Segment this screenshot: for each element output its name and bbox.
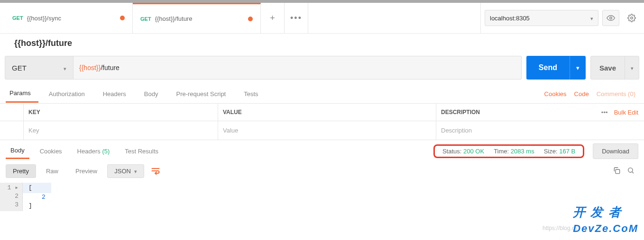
view-pretty[interactable]: Pretty bbox=[6, 164, 36, 178]
send-label: Send bbox=[526, 56, 570, 80]
format-select[interactable]: JSON bbox=[107, 164, 144, 178]
link-comments[interactable]: Comments (0) bbox=[597, 90, 635, 98]
tab-path: {{host}}/future bbox=[155, 15, 242, 22]
tab-params[interactable]: Params bbox=[6, 85, 38, 103]
tab-tests[interactable]: Tests bbox=[240, 86, 266, 102]
url-input[interactable]: {{host}}/future bbox=[74, 56, 522, 80]
param-desc-input[interactable] bbox=[441, 127, 639, 134]
view-raw[interactable]: Raw bbox=[39, 164, 65, 178]
size-value: 167 B bbox=[559, 148, 575, 155]
bulk-edit-link[interactable]: Bulk Edit bbox=[614, 109, 644, 116]
search-button[interactable] bbox=[627, 167, 635, 176]
size-label: Size: bbox=[544, 148, 558, 155]
environment-selected: localhost:8305 bbox=[490, 15, 530, 22]
send-button[interactable]: Send ▾ bbox=[526, 56, 586, 80]
new-tab-button[interactable]: + bbox=[261, 3, 285, 33]
param-value-input[interactable] bbox=[223, 127, 431, 134]
watermark-blog: https://blog.cs bbox=[543, 225, 578, 231]
wrap-lines-button[interactable] bbox=[147, 164, 164, 178]
unsaved-dot-icon bbox=[120, 16, 125, 20]
svg-rect-2 bbox=[616, 169, 620, 174]
unsaved-dot-icon bbox=[248, 17, 253, 21]
col-key: KEY bbox=[24, 104, 218, 121]
resp-tab-headers[interactable]: Headers (5) bbox=[73, 144, 115, 159]
url-variable: {{host}} bbox=[79, 64, 101, 71]
link-code[interactable]: Code bbox=[574, 90, 589, 98]
tabs-overflow-button[interactable]: ••• bbox=[285, 3, 308, 33]
svg-point-3 bbox=[628, 168, 633, 172]
download-button[interactable]: Download bbox=[593, 143, 638, 159]
tab-method: GET bbox=[140, 16, 151, 22]
status-label: Status: bbox=[442, 148, 461, 155]
tab-authorization[interactable]: Authorization bbox=[45, 86, 92, 102]
response-body: 1 ▸ 2 3 [ 2 ] bbox=[0, 183, 644, 211]
resp-tab-tests[interactable]: Test Results bbox=[120, 144, 163, 159]
tab-prerequest[interactable]: Pre-request Script bbox=[172, 86, 233, 102]
svg-point-1 bbox=[631, 17, 633, 19]
save-dropdown[interactable] bbox=[625, 56, 639, 79]
copy-button[interactable] bbox=[613, 167, 620, 176]
params-more-button[interactable]: ••• bbox=[595, 109, 614, 116]
code-line: [ bbox=[23, 183, 51, 193]
col-value: VALUE bbox=[218, 104, 436, 121]
param-row bbox=[0, 121, 644, 140]
col-desc: DESCRIPTION bbox=[436, 104, 595, 121]
save-label: Save bbox=[591, 56, 625, 79]
quicklook-button[interactable] bbox=[602, 10, 619, 26]
format-selected: JSON bbox=[114, 168, 131, 175]
tab-future[interactable]: GET {{host}}/future bbox=[133, 3, 261, 33]
status-value: 200 OK bbox=[463, 148, 484, 155]
params-header: KEY VALUE DESCRIPTION ••• Bulk Edit bbox=[0, 103, 644, 121]
code-line: ] bbox=[28, 202, 46, 210]
response-status-box: Status: 200 OK Time: 2083 ms Size: 167 B bbox=[433, 144, 584, 158]
code-line: 2 bbox=[42, 194, 46, 201]
view-preview[interactable]: Preview bbox=[68, 164, 104, 178]
resp-headers-label: Headers bbox=[77, 148, 101, 155]
method-selected: GET bbox=[12, 64, 27, 72]
tab-method: GET bbox=[12, 15, 23, 21]
send-dropdown[interactable]: ▾ bbox=[570, 56, 586, 80]
tab-sync[interactable]: GET {{host}}/sync bbox=[5, 3, 133, 33]
resp-tab-cookies[interactable]: Cookies bbox=[35, 144, 67, 159]
watermark-brand: 开 发 者 DevZe.CoM bbox=[573, 204, 638, 235]
param-key-input[interactable] bbox=[28, 127, 213, 134]
chevron-down-icon bbox=[590, 15, 593, 22]
chevron-down-icon bbox=[631, 64, 634, 71]
method-select[interactable]: GET bbox=[5, 56, 74, 80]
tab-path: {{host}}/sync bbox=[27, 15, 114, 22]
resp-tab-body[interactable]: Body bbox=[6, 143, 29, 159]
tab-headers[interactable]: Headers bbox=[99, 86, 134, 102]
svg-point-0 bbox=[610, 17, 612, 19]
chevron-down-icon bbox=[134, 168, 137, 175]
save-button[interactable]: Save bbox=[590, 56, 639, 80]
request-title: {{host}}/future bbox=[0, 34, 644, 51]
settings-button[interactable] bbox=[623, 10, 640, 26]
link-cookies[interactable]: Cookies bbox=[544, 90, 567, 98]
chevron-down-icon bbox=[64, 64, 66, 72]
time-value: 2083 ms bbox=[511, 148, 534, 155]
url-path: /future bbox=[101, 64, 120, 71]
resp-headers-badge: (5) bbox=[102, 148, 110, 155]
time-label: Time: bbox=[494, 148, 509, 155]
tab-body[interactable]: Body bbox=[140, 86, 166, 102]
environment-select[interactable]: localhost:8305 bbox=[485, 10, 598, 26]
